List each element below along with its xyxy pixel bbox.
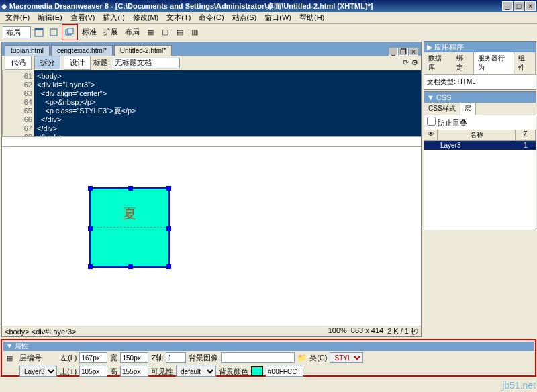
bgcolor-swatch[interactable] xyxy=(251,366,263,376)
refresh-icon[interactable]: ⟳ xyxy=(403,58,409,67)
maximize-button[interactable]: □ xyxy=(514,1,524,11)
title-input[interactable] xyxy=(113,58,180,68)
insert-toolbar: 布局 标准 扩展 布局 ▦ ▢ ▤ ▥ xyxy=(0,24,537,40)
view-design[interactable]: 设计 xyxy=(64,56,91,70)
mode-standard[interactable]: 标准 xyxy=(79,27,99,37)
tag-selector[interactable]: <body> <div#Layer3> xyxy=(5,328,76,336)
doctype-label: 文档类型: HTML xyxy=(424,75,536,89)
layer-id-label: 层编号 xyxy=(19,353,42,363)
layer-row[interactable]: Layer3 1 xyxy=(424,141,536,150)
doc-minimize[interactable]: _ xyxy=(389,48,398,56)
tool-icon-2[interactable]: ▤ xyxy=(173,26,187,39)
window-size[interactable]: 863 x 414 xyxy=(351,326,383,336)
menu-commands[interactable]: 命令(C) xyxy=(196,13,226,23)
bgimg-input[interactable] xyxy=(221,352,295,363)
mode-layout[interactable]: 布局 xyxy=(122,27,142,37)
layer-id-select[interactable]: Layer3 xyxy=(19,366,57,377)
resize-handle[interactable] xyxy=(128,264,133,269)
insert-category[interactable]: 布局 xyxy=(3,26,31,38)
mode-expanded[interactable]: 扩展 xyxy=(101,27,121,37)
minimize-button[interactable]: _ xyxy=(502,1,513,11)
close-button[interactable]: × xyxy=(525,1,536,11)
tab-database[interactable]: 数据库 xyxy=(424,52,452,74)
svg-rect-4 xyxy=(68,28,73,34)
height-input[interactable] xyxy=(120,366,148,377)
width-input[interactable] xyxy=(120,352,148,363)
tab-server-behaviors[interactable]: 服务器行为 xyxy=(474,52,515,74)
folder-icon[interactable]: 📁 xyxy=(297,354,307,362)
panel-css-header[interactable]: ▼CSS xyxy=(424,92,536,103)
class-select[interactable]: STYL xyxy=(330,352,363,363)
resize-handle[interactable] xyxy=(166,264,171,269)
menu-window[interactable]: 窗口(W) xyxy=(262,13,294,23)
menu-text[interactable]: 文本(T) xyxy=(164,13,193,23)
app-icon: ◆ xyxy=(1,2,7,11)
height-label: 高 xyxy=(110,366,117,377)
properties-header[interactable]: ▼ 属性 xyxy=(3,342,534,351)
menubar: 文件(F) 编辑(E) 查看(V) 插入(I) 修改(M) 文本(T) 命令(C… xyxy=(0,12,537,24)
layout-icon[interactable] xyxy=(32,26,46,39)
view-code[interactable]: 代码 xyxy=(5,56,32,70)
menu-site[interactable]: 站点(S) xyxy=(230,13,260,23)
tool-icon-3[interactable]: ▥ xyxy=(188,26,201,39)
vis-label: 可见性 xyxy=(151,366,173,377)
view-split[interactable]: 拆分 xyxy=(34,56,61,70)
panel-app-header[interactable]: ▶应用程序 xyxy=(424,42,536,52)
bgimg-label: 背景图像 xyxy=(189,353,218,363)
tab-bindings[interactable]: 绑定 xyxy=(452,52,474,74)
doc-close[interactable]: × xyxy=(409,48,418,56)
vis-select[interactable]: default xyxy=(176,366,216,377)
top-input[interactable] xyxy=(79,366,107,377)
class-label: 类(C) xyxy=(309,353,327,363)
left-label: 左(L) xyxy=(60,353,77,363)
bgcolor-input[interactable] xyxy=(266,366,303,377)
resize-handle[interactable] xyxy=(128,186,133,191)
tool-icon[interactable]: ▢ xyxy=(158,26,172,39)
resize-handle[interactable] xyxy=(166,186,171,191)
document-tabs: tupian.html cengtexiao.html* Untitled-2.… xyxy=(2,42,421,56)
menu-file[interactable]: 文件(F) xyxy=(3,13,32,23)
left-input[interactable] xyxy=(79,352,107,363)
options-icon[interactable]: ⚙ xyxy=(411,58,418,67)
bgcolor-label: 背景颜色 xyxy=(219,366,248,377)
col-z: Z xyxy=(516,130,536,140)
prevent-overlap-label: 防止重叠 xyxy=(438,119,467,127)
menu-help[interactable]: 帮助(H) xyxy=(297,13,327,23)
menu-insert[interactable]: 插入(I) xyxy=(100,13,127,23)
download-speed: 2 K / 1 秒 xyxy=(387,326,418,336)
window-title: Macromedia Dreamweaver 8 - [C:\Documents… xyxy=(7,1,501,11)
tab-layers[interactable]: 层 xyxy=(460,103,476,115)
tab-tupian[interactable]: tupian.html xyxy=(5,45,50,56)
z-input[interactable] xyxy=(166,352,186,363)
draw-layer-button[interactable] xyxy=(63,26,77,39)
ruler xyxy=(2,136,421,147)
div-icon[interactable] xyxy=(47,26,60,39)
menu-view[interactable]: 查看(V) xyxy=(68,13,98,23)
svg-rect-1 xyxy=(35,28,43,30)
tab-components[interactable]: 组件 xyxy=(514,52,536,74)
resize-handle[interactable] xyxy=(88,186,93,191)
code-editor[interactable]: <body> <div id="Layer3"> <div align="cen… xyxy=(34,70,421,136)
code-gutter xyxy=(2,70,18,136)
col-name: 名称 xyxy=(438,130,516,140)
tab-css-styles[interactable]: CSS样式 xyxy=(424,103,460,115)
tab-untitled2[interactable]: Untitled-2.html* xyxy=(114,45,172,56)
tab-cengtexiao[interactable]: cengtexiao.html* xyxy=(51,45,113,56)
z-label: Z轴 xyxy=(151,353,163,363)
resize-handle[interactable] xyxy=(88,226,93,231)
design-canvas[interactable]: 夏 xyxy=(2,147,421,326)
resize-handle[interactable] xyxy=(88,264,93,269)
table-icon[interactable]: ▦ xyxy=(144,26,157,39)
watermark: jb51.net xyxy=(502,380,536,391)
top-label: 上(T) xyxy=(60,366,77,377)
width-label: 宽 xyxy=(110,353,117,363)
title-label: 标题: xyxy=(93,58,110,68)
menu-modify[interactable]: 修改(M) xyxy=(130,13,162,23)
svg-rect-2 xyxy=(50,29,57,36)
resize-handle[interactable] xyxy=(166,226,171,231)
layer3[interactable]: 夏 xyxy=(89,187,170,268)
doc-restore[interactable]: ❐ xyxy=(399,48,408,56)
prevent-overlap-checkbox[interactable] xyxy=(427,117,436,126)
menu-edit[interactable]: 编辑(E) xyxy=(35,13,65,23)
zoom-level[interactable]: 100% xyxy=(328,326,347,336)
